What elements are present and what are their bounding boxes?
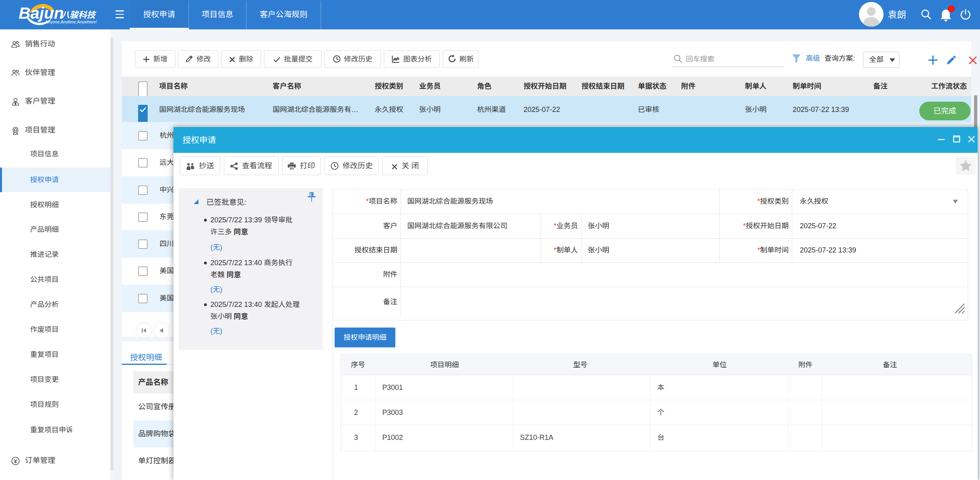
svg-text:八骏科技: 八骏科技 — [61, 8, 97, 20]
svg-text:Anyone,Anytime,Anywhere!: Anyone,Anytime,Anywhere! — [45, 19, 97, 24]
